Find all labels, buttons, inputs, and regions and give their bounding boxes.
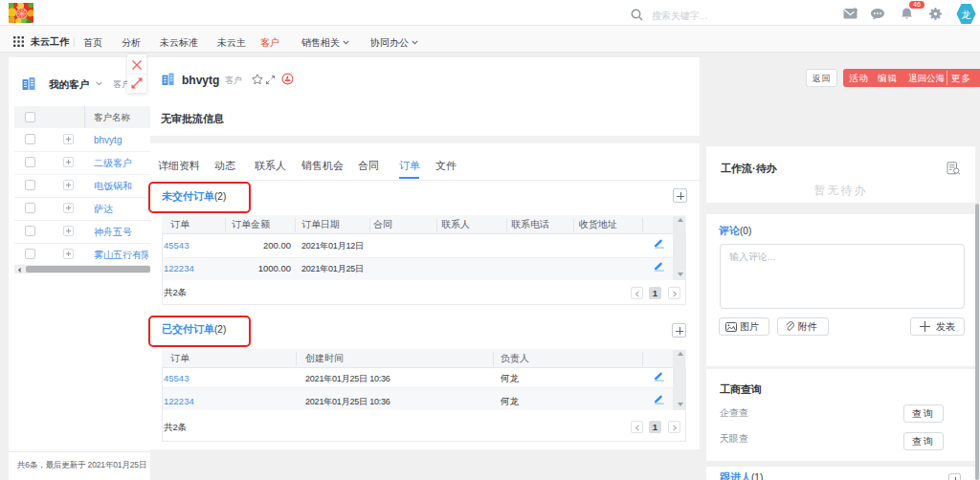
svg-text:龙: 龙 (962, 10, 971, 20)
